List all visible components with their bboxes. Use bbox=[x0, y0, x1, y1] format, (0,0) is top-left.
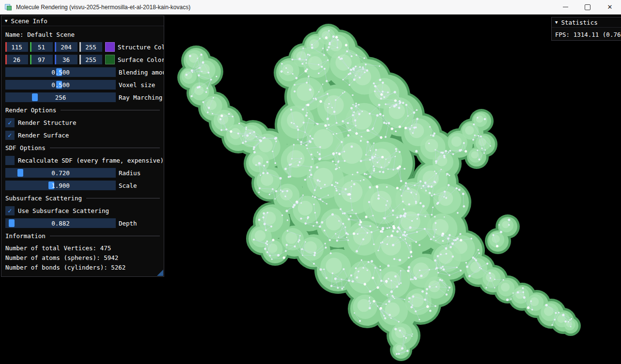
value-text: 115 bbox=[11, 44, 22, 51]
ray-marching-steps-row: 256 Ray Marching Steps bbox=[5, 92, 160, 102]
collapse-arrow-icon[interactable]: ▼ bbox=[555, 20, 558, 25]
value-text: 26 bbox=[13, 56, 20, 63]
structure-color-a-field[interactable]: 255 bbox=[79, 42, 102, 52]
structure-color-swatch[interactable] bbox=[105, 42, 115, 52]
red-component-strip bbox=[5, 55, 7, 64]
value-text: 51 bbox=[38, 44, 45, 51]
close-button[interactable]: ✕ bbox=[599, 0, 621, 14]
scene-info-titlebar[interactable]: ▼ Scene Info bbox=[1, 16, 164, 26]
scene-info-content: Name: Default Scene 115 51 204 255 Struc… bbox=[1, 26, 164, 276]
close-icon: ✕ bbox=[607, 4, 613, 10]
alpha-component-strip bbox=[79, 42, 81, 52]
scene-name-text: Name: Default Scene bbox=[5, 31, 75, 38]
window-controls: ✕ bbox=[554, 0, 621, 14]
sdf-options-separator: SDF Options bbox=[5, 143, 160, 152]
slider-value: 0.500 bbox=[5, 67, 116, 77]
scene-name-label: Name: Default Scene bbox=[5, 30, 160, 39]
blue-component-strip bbox=[55, 42, 56, 52]
use-subsurface-scattering-row: ✓ Use Subsurface Scattering bbox=[5, 206, 160, 215]
separator-line bbox=[61, 110, 160, 110]
collapse-arrow-icon[interactable]: ▼ bbox=[5, 18, 7, 23]
voxel-size-slider[interactable]: 0.500 bbox=[5, 80, 116, 90]
surface-color-a-field[interactable]: 255 bbox=[79, 55, 102, 64]
scale-row: 1.900 Scale bbox=[5, 181, 160, 190]
slider-value: 0.720 bbox=[5, 168, 116, 178]
structure-color-r-field[interactable]: 115 bbox=[5, 42, 28, 52]
surface-color-row: 26 97 36 255 Surface Color bbox=[5, 55, 160, 64]
maximize-icon bbox=[585, 4, 590, 10]
fps-text: FPS: 1314.11 (0.76 bbox=[555, 30, 621, 40]
radius-label: Radius bbox=[119, 169, 140, 177]
green-component-strip bbox=[30, 42, 31, 52]
statistics-titlebar[interactable]: ▼ Statistics bbox=[552, 17, 621, 28]
surface-color-label: Surface Color bbox=[118, 56, 164, 63]
atom-count-text: Number of atoms (spheres): 5942 bbox=[5, 253, 160, 263]
scale-label: Scale bbox=[119, 182, 137, 189]
total-vertices-text: Number of total Vertices: 475 bbox=[5, 243, 160, 253]
value-text: 36 bbox=[62, 56, 70, 63]
render-structure-label: Render Structure bbox=[18, 119, 76, 126]
maximize-button[interactable] bbox=[576, 0, 599, 14]
separator-text: Render Options bbox=[5, 106, 56, 114]
depth-row: 0.882 Depth bbox=[5, 218, 160, 228]
app-icon bbox=[4, 3, 12, 11]
green-component-strip bbox=[30, 55, 31, 64]
slider-value: 1.900 bbox=[5, 181, 116, 190]
scene-info-panel: ▼ Scene Info Name: Default Scene 115 51 … bbox=[1, 15, 164, 277]
render-surface-checkbox[interactable]: ✓ bbox=[5, 131, 15, 140]
ray-marching-steps-slider[interactable]: 256 bbox=[5, 92, 116, 102]
render-viewport[interactable]: ▼ Scene Info Name: Default Scene 115 51 … bbox=[0, 15, 621, 364]
surface-color-r-field[interactable]: 26 bbox=[5, 55, 28, 64]
blending-amount-row: 0.500 Blending amount bbox=[5, 67, 160, 77]
red-component-strip bbox=[5, 42, 7, 52]
render-structure-checkbox[interactable]: ✓ bbox=[5, 118, 15, 127]
scale-slider[interactable]: 1.900 bbox=[5, 181, 116, 190]
value-text: 97 bbox=[38, 56, 45, 63]
minimize-button[interactable] bbox=[554, 0, 576, 14]
voxel-size-row: 0.500 Voxel size bbox=[5, 80, 160, 90]
separator-text: Information bbox=[5, 232, 46, 240]
recalculate-sdf-checkbox[interactable] bbox=[5, 156, 15, 165]
structure-color-row: 115 51 204 255 Structure Color bbox=[5, 42, 160, 52]
window-title: Molecule Rendering (visvu-2025-hermosill… bbox=[16, 4, 190, 11]
separator-text: Subsurface Scattering bbox=[5, 195, 82, 202]
surface-color-b-field[interactable]: 36 bbox=[55, 55, 78, 64]
resize-grip[interactable] bbox=[157, 270, 163, 276]
surface-color-swatch[interactable] bbox=[105, 55, 115, 64]
slider-value: 0.500 bbox=[5, 80, 116, 90]
recalculate-sdf-label: Recalculate SDF (every frame, expensive) bbox=[18, 157, 164, 164]
value-text: 255 bbox=[85, 56, 96, 63]
subsurface-scattering-separator: Subsurface Scattering bbox=[5, 193, 160, 203]
statistics-content: FPS: 1314.11 (0.76 bbox=[552, 28, 621, 41]
value-text: 255 bbox=[85, 44, 96, 51]
render-surface-label: Render Surface bbox=[18, 132, 69, 139]
recalculate-sdf-row: Recalculate SDF (every frame, expensive) bbox=[5, 155, 160, 165]
separator-line bbox=[86, 198, 160, 198]
separator-text: SDF Options bbox=[5, 144, 46, 152]
use-subsurface-scattering-checkbox[interactable]: ✓ bbox=[5, 206, 15, 215]
use-subsurface-scattering-label: Use Subsurface Scattering bbox=[18, 207, 109, 214]
radius-slider[interactable]: 0.720 bbox=[5, 168, 116, 178]
scene-info-title: Scene Info bbox=[11, 17, 47, 25]
separator-line bbox=[50, 148, 160, 148]
depth-label: Depth bbox=[119, 220, 137, 227]
window-titlebar[interactable]: Molecule Rendering (visvu-2025-hermosill… bbox=[0, 0, 621, 15]
structure-color-b-field[interactable]: 204 bbox=[55, 42, 78, 52]
statistics-panel: ▼ Statistics FPS: 1314.11 (0.76 bbox=[551, 17, 621, 41]
ray-marching-steps-label: Ray Marching Steps bbox=[119, 94, 164, 101]
depth-slider[interactable]: 0.882 bbox=[5, 218, 116, 228]
render-options-separator: Render Options bbox=[5, 105, 160, 115]
render-structure-row: ✓ Render Structure bbox=[5, 118, 160, 127]
alpha-component-strip bbox=[79, 55, 81, 64]
blue-component-strip bbox=[55, 55, 56, 64]
render-surface-row: ✓ Render Surface bbox=[5, 130, 160, 140]
surface-color-g-field[interactable]: 97 bbox=[30, 55, 53, 64]
slider-value: 256 bbox=[5, 92, 116, 102]
slider-value: 0.882 bbox=[5, 218, 116, 228]
value-text: 204 bbox=[61, 44, 72, 51]
blending-amount-slider[interactable]: 0.500 bbox=[5, 67, 116, 77]
bond-count-text: Number of bonds (cylinders): 5262 bbox=[5, 263, 160, 273]
structure-color-g-field[interactable]: 51 bbox=[30, 42, 53, 52]
minimize-icon bbox=[563, 7, 568, 7]
information-separator: Information bbox=[5, 231, 160, 241]
